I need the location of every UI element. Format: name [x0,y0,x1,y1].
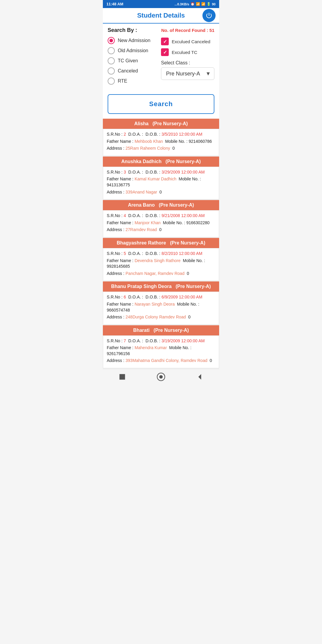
student-dob: 9/21/2008 12:00:00 AM [162,213,205,218]
student-mobile: 9166302280 [186,220,210,225]
radio-canceled[interactable]: Canceled [108,67,161,75]
radio-label-rte: RTE [118,78,127,84]
class-select-dropdown[interactable]: Pre Nursery-APre Nursery-BNursery-ANurse… [161,67,214,80]
student-address-value: 339Anand Nagar [126,190,157,194]
student-extra: 0 [187,271,189,276]
page-title: Student Details [137,12,185,19]
student-card: Bhagyashree Rathore (Pre Nursery-A) S.R.… [103,238,219,281]
radio-old-admission[interactable]: Old Admission [108,47,161,54]
student-name: Bhanu Pratap Singh Deora (Pre Nursery-A) [111,284,211,289]
student-body: S.R.No : 5 D.O.A. : D.O.B. : 8/2/2010 12… [103,248,219,281]
stop-button[interactable] [118,373,126,381]
student-address-value: 25Ram Raheem Colony [126,146,170,151]
student-sr-dob: S.R.No : 5 D.O.A. : D.O.B. : 8/2/2010 12… [107,251,215,257]
student-father-mobile: Father Name : Kamal Kumar Dadhich Mobile… [107,176,215,188]
checkmark-exculued-tc: ✓ [163,49,167,55]
student-srno: 2 [124,132,126,137]
student-address-value: 27Ramdev Road [126,227,157,232]
radio-circle-new-admission [108,37,115,44]
checkbox-box-exculued-tc: ✓ [161,48,169,56]
back-button[interactable] [196,373,204,381]
student-father-mobile: Father Name : Devendra Singh Rathore Mob… [107,258,215,270]
app-header: Student Details [103,8,219,24]
student-father-name: Manjoor Khan [134,220,160,225]
students-list: Alisha (Pre Nursery-A) S.R.No : 2 D.O.A.… [103,119,219,368]
home-circle-icon [157,372,165,382]
student-sr-dob: S.R.No : 6 D.O.A. : D.O.B. : 6/9/2009 12… [107,294,215,300]
student-card: Anushka Dadhich (Pre Nursery-A) S.R.No :… [103,157,219,199]
student-body: S.R.No : 2 D.O.A. : D.O.B. : 3/5/2010 12… [103,129,219,156]
student-name: Alisha (Pre Nursery-A) [134,121,188,126]
radio-inner-new-admission [109,39,113,42]
student-father-mobile: Father Name : Mehboob Khan Mobile No. : … [107,139,215,145]
search-by-label: Search By : [108,27,137,33]
student-extra: 0 [210,358,212,363]
radio-label-old-admission: Old Admission [118,48,148,53]
radio-options-col: New Admission Old Admission TC Given Can… [108,37,161,85]
student-address: Address : 393Mahatma Gandhi Colony, Ramd… [107,358,215,364]
student-card: Alisha (Pre Nursery-A) S.R.No : 2 D.O.A.… [103,119,219,156]
signal-icon: 📶 [196,2,200,6]
status-right: ...0.3KB/s ⏰ 📶 📶 🔋 90 [174,2,216,6]
student-father-name: Kamal Kumar Dadhich [134,177,176,181]
student-dob: 8/2/2010 12:00:00 AM [162,251,202,256]
radio-new-admission[interactable]: New Admission [108,37,161,44]
student-header: Anushka Dadhich (Pre Nursery-A) [103,157,219,167]
search-section: Search By : No. of Record Found : 51 New… [103,24,219,89]
student-card: Arena Bano (Pre Nursery-A) S.R.No : 4 D.… [103,200,219,237]
student-sr-dob: S.R.No : 3 D.O.A. : D.O.B. : 3/29/2009 1… [107,169,215,175]
radio-circle-tc-given [108,57,115,64]
search-by-row: Search By : No. of Record Found : 51 [108,27,214,33]
radio-label-tc-given: TC Given [118,58,138,64]
search-button-wrapper: Search [103,89,219,119]
student-dob: 3/19/2009 12:00:00 AM [162,338,205,343]
student-name: Bhagyashree Rathore (Pre Nursery-A) [117,240,205,245]
student-srno: 6 [124,295,126,299]
student-father-mobile: Father Name : Narayan Singh Deora Mobile… [107,301,215,313]
power-icon [205,12,213,19]
radio-circle-rte [108,78,115,85]
student-sr-dob: S.R.No : 2 D.O.A. : D.O.B. : 3/5/2010 12… [107,131,215,137]
radio-label-new-admission: New Admission [118,38,150,43]
student-header: Arena Bano (Pre Nursery-A) [103,200,219,210]
checkbox-label-exculued-tc: Exculued TC [172,50,197,55]
checkmark-exculued-canceled: ✓ [163,39,167,44]
student-header: Bhagyashree Rathore (Pre Nursery-A) [103,238,219,248]
student-father-mobile: Father Name : Mahendra Kumar Mobile No. … [107,345,215,357]
svg-marker-3 [198,374,201,380]
student-name: Arena Bano (Pre Nursery-A) [128,202,194,208]
student-header: Bharati (Pre Nursery-A) [103,325,219,335]
student-mobile: 9928145685 [107,264,130,269]
radio-label-canceled: Canceled [118,68,138,74]
stop-icon [118,373,126,381]
student-dob: 3/29/2009 12:00:00 AM [162,170,205,174]
student-srno: 4 [124,213,126,218]
radio-circle-canceled [108,67,115,75]
home-button[interactable] [157,373,165,381]
student-mobile: 9660574748 [107,308,130,312]
status-time: 11:48 AM [106,2,123,6]
class-select-section: Select Class : Pre Nursery-APre Nursery-… [161,60,214,80]
radio-tc-given[interactable]: TC Given [108,57,161,64]
student-sr-dob: S.R.No : 4 D.O.A. : D.O.B. : 9/21/2008 1… [107,213,215,219]
student-srno: 5 [124,251,126,256]
student-father-name: Narayan Singh Deora [134,302,175,306]
checkbox-exculued-canceled[interactable]: ✓ Exculued Canceled [161,38,214,45]
student-header: Bhanu Pratap Singh Deora (Pre Nursery-A) [103,281,219,292]
student-address: Address : 248Durga Colony Ramdev Road 0 [107,314,215,320]
search-button[interactable]: Search [108,94,214,114]
student-name: Anushka Dadhich (Pre Nursery-A) [121,159,201,164]
student-address: Address : 339Anand Nagar 0 [107,189,215,195]
svg-point-2 [159,375,163,379]
checkbox-exculued-tc[interactable]: ✓ Exculued TC [161,48,214,56]
student-dob: 3/5/2010 12:00:00 AM [162,132,202,137]
student-extra: 0 [172,146,175,151]
class-dropdown-wrapper[interactable]: Pre Nursery-APre Nursery-BNursery-ANurse… [161,67,214,80]
power-button[interactable] [202,9,216,22]
svg-rect-0 [120,374,125,380]
student-mobile: 9413136775 [107,182,130,187]
radio-rte[interactable]: RTE [108,78,161,85]
student-srno: 3 [124,170,126,174]
student-address: Address : 27Ramdev Road 0 [107,227,215,233]
battery-icon: 🔋 [207,2,211,6]
